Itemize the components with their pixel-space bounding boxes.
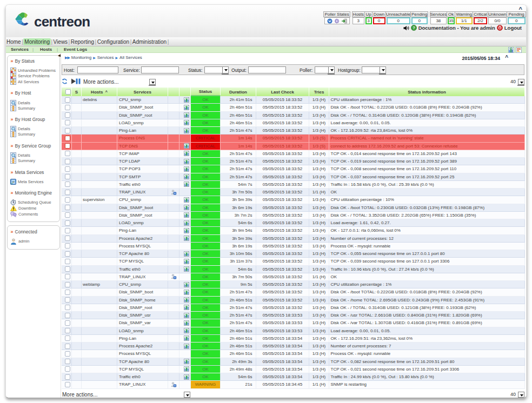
svg-text:?: ? xyxy=(413,25,415,30)
